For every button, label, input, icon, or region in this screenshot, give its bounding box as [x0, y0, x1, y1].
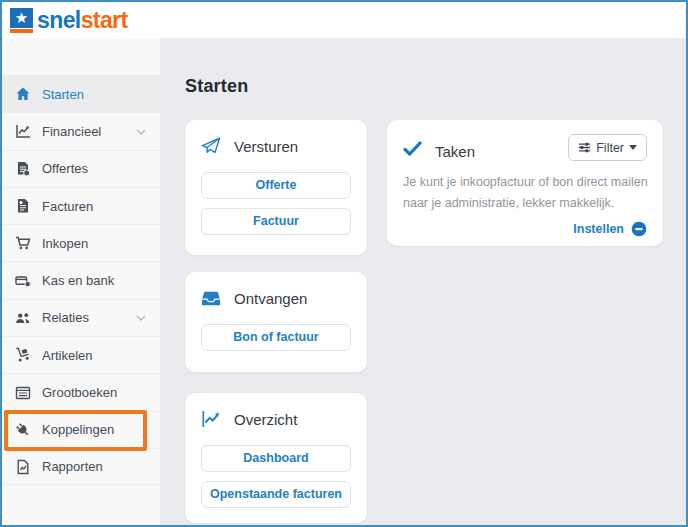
factuur-button[interactable]: Factuur [201, 208, 351, 235]
logo-star-icon: ★ [10, 8, 33, 33]
home-icon [15, 86, 31, 102]
sidebar-item-label: Facturen [42, 199, 93, 214]
minus-circle-icon[interactable] [631, 221, 647, 237]
offerte-button[interactable]: Offerte [201, 172, 351, 199]
instellen-link[interactable]: Instellen [573, 222, 624, 236]
filter-label: Filter [596, 141, 624, 155]
dashboard-button[interactable]: Dashboard [201, 445, 351, 472]
chart-line-icon [15, 123, 31, 139]
logo-wordmark: snelstart [37, 9, 127, 32]
dolly-icon [15, 347, 31, 363]
app-window: ★ snelstart Starten Financieel [0, 0, 688, 527]
versturen-card: Versturen Offerte Factuur [185, 120, 367, 255]
sidebar-item-label: Grootboeken [42, 385, 117, 400]
bon-of-factuur-button[interactable]: Bon of factuur [201, 324, 351, 351]
sidebar-item-kas-en-bank[interactable]: Kas en bank [2, 261, 160, 298]
sidebar-item-label: Offertes [42, 161, 88, 176]
cart-icon [15, 235, 31, 251]
sliders-icon [578, 141, 591, 154]
invoice-icon [15, 198, 31, 214]
users-icon [15, 310, 31, 326]
sidebar-item-label: Koppelingen [42, 422, 114, 437]
sidebar-item-offertes[interactable]: Offertes [2, 150, 160, 187]
sidebar-item-label: Inkopen [42, 236, 88, 251]
sidebar-item-rapporten[interactable]: Rapporten [2, 448, 160, 485]
openstaande-facturen-button[interactable]: Openstaande facturen [201, 481, 351, 508]
paper-plane-icon [201, 136, 221, 156]
snelstart-logo[interactable]: ★ snelstart [10, 8, 127, 33]
sidebar-item-artikelen[interactable]: Artikelen [2, 336, 160, 373]
main-content: Starten Versturen Offerte Factuur Taken [160, 38, 686, 525]
sidebar-item-facturen[interactable]: Facturen [2, 187, 160, 224]
bank-card-icon [15, 273, 31, 289]
filter-button[interactable]: Filter [568, 134, 647, 161]
sidebar-item-label: Artikelen [42, 348, 93, 363]
sidebar-item-starten[interactable]: Starten [2, 75, 160, 112]
plug-icon [15, 422, 31, 438]
check-icon [403, 141, 422, 161]
sidebar-item-inkopen[interactable]: Inkopen [2, 224, 160, 261]
page-title: Starten [185, 76, 248, 97]
ledger-icon [15, 385, 31, 401]
sidebar-item-financieel[interactable]: Financieel [2, 112, 160, 149]
sidebar-item-koppelingen[interactable]: Koppelingen [2, 411, 160, 448]
card-title: Taken [435, 143, 475, 160]
sidebar: Starten Financieel Offertes Facturen [2, 38, 160, 525]
ontvangen-card: Ontvangen Bon of factuur [185, 272, 367, 372]
report-icon [15, 459, 31, 475]
card-title: Overzicht [234, 411, 297, 428]
inbox-icon [201, 288, 221, 308]
overzicht-card: Overzicht Dashboard Openstaande facturen [185, 393, 367, 523]
chart-line-icon [201, 409, 221, 429]
sidebar-item-relaties[interactable]: Relaties [2, 299, 160, 336]
chevron-down-icon [136, 124, 146, 139]
sidebar-item-label: Financieel [42, 124, 101, 139]
quote-file-icon [15, 161, 31, 177]
card-title: Versturen [234, 138, 298, 155]
sidebar-item-label: Relaties [42, 310, 89, 325]
caret-down-icon [629, 145, 637, 150]
chevron-down-icon [136, 310, 146, 325]
top-header: ★ snelstart [2, 2, 686, 38]
taken-description: Je kunt je inkoopfactuur of bon direct m… [403, 172, 653, 214]
sidebar-item-label: Rapporten [42, 459, 103, 474]
card-title: Ontvangen [234, 290, 307, 307]
sidebar-item-label: Kas en bank [42, 273, 114, 288]
sidebar-item-grootboeken[interactable]: Grootboeken [2, 373, 160, 410]
taken-card: Taken Filter Je kunt je inkoopfactuur of… [387, 120, 663, 246]
sidebar-item-label: Starten [42, 87, 84, 102]
